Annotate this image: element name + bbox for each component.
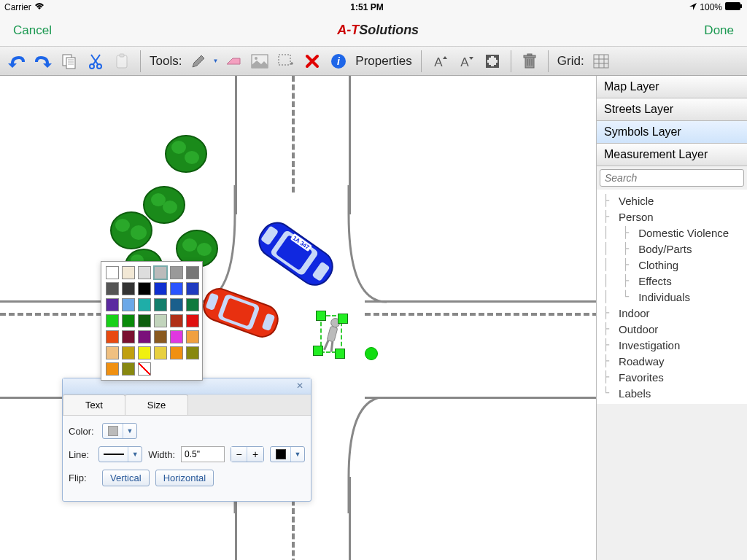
palette-swatch[interactable] [170,346,183,359]
tree-body[interactable]: │ ├ Body/Parts [603,241,741,257]
resize-handle-br[interactable] [335,349,345,359]
copy-button[interactable] [58,50,80,72]
tree-domestic[interactable]: │ ├ Domestic Violence [603,225,741,241]
palette-swatch[interactable] [122,314,135,327]
palette-swatch[interactable] [186,330,199,343]
svg-point-12 [255,57,258,60]
palette-swatch[interactable] [122,298,135,311]
layer-measurement[interactable]: Measurement Layer [597,144,747,166]
fullscreen-button[interactable] [481,50,503,72]
palette-swatch[interactable] [186,346,199,359]
resize-handle-bl[interactable] [313,346,323,356]
palette-swatch[interactable] [138,346,151,359]
palette-swatch[interactable] [154,282,167,295]
tree-clothing[interactable]: │ ├ Clothing [603,257,741,273]
tree-favorites[interactable]: ├ Favorites [603,369,741,385]
tree-roadway[interactable]: ├ Roadway [603,353,741,369]
marker-dot[interactable] [365,347,378,360]
width-stepper[interactable]: −+ [231,446,264,462]
undo-button[interactable] [6,50,28,72]
font-increase-button[interactable]: A [429,50,451,72]
palette-swatch[interactable] [170,330,183,343]
grid-toggle[interactable] [590,50,612,72]
palette-swatch[interactable] [122,362,135,376]
done-button[interactable]: Done [704,23,734,38]
palette-swatch[interactable] [106,330,119,343]
palette-swatch[interactable] [106,298,119,311]
delete-button[interactable] [301,50,323,72]
vehicle-red[interactable] [197,276,285,349]
battery-percent: 100% [700,2,722,12]
palette-swatch[interactable] [106,346,119,359]
tree-outdoor[interactable]: ├ Outdoor [603,321,741,337]
paste-button[interactable] [111,50,133,72]
pencil-tool[interactable] [187,50,209,72]
layer-symbols[interactable]: Symbols Layer [597,121,747,144]
resize-handle-tl[interactable] [316,311,326,321]
increment-button[interactable]: + [247,447,263,462]
tab-size[interactable]: Size [125,394,188,415]
image-tool[interactable] [249,50,271,72]
redo-button[interactable] [32,50,54,72]
palette-swatch[interactable] [122,282,135,295]
palette-swatch[interactable] [186,314,199,327]
palette-swatch[interactable] [154,330,167,343]
eraser-tool[interactable] [222,50,244,72]
line-color-combo[interactable]: ▼ [270,446,305,462]
palette-swatch[interactable] [186,282,199,295]
info-button[interactable]: i [328,50,349,72]
tree-investigation[interactable]: ├ Investigation [603,337,741,353]
tree-indoor[interactable]: ├ Indoor [603,305,741,321]
palette-swatch[interactable] [106,282,119,295]
color-combo[interactable]: ▼ [102,423,137,439]
palette-swatch[interactable] [186,266,199,279]
palette-swatch[interactable] [122,346,135,359]
palette-swatch[interactable] [154,266,167,279]
decrement-button[interactable]: − [231,447,247,462]
flip-vertical-button[interactable]: Vertical [102,470,150,486]
palette-swatch[interactable] [138,330,151,343]
cancel-button[interactable]: Cancel [13,23,52,38]
palette-swatch[interactable] [122,330,135,343]
tree-labels[interactable]: └ Labels [603,385,741,401]
tree-person[interactable]: ├ Person [603,209,741,225]
palette-swatch[interactable] [138,266,151,279]
palette-swatch[interactable] [154,346,167,359]
tree-vehicle[interactable]: ├ Vehicle [603,192,741,209]
palette-swatch[interactable] [186,298,199,311]
properties-label[interactable]: Properties [354,54,413,69]
layer-streets[interactable]: Streets Layer [597,98,747,121]
layer-map[interactable]: Map Layer [597,76,747,98]
palette-swatch[interactable] [170,298,183,311]
palette-swatch[interactable] [138,314,151,327]
palette-swatch[interactable] [138,298,151,311]
palette-swatch[interactable] [170,266,183,279]
tree-effects[interactable]: │ ├ Effects [603,273,741,289]
drawing-canvas[interactable]: 1A 347 ✕ Text Size Color: [0,76,597,560]
palette-swatch[interactable] [138,282,151,295]
palette-swatch[interactable] [106,314,119,327]
width-input[interactable] [181,446,225,462]
chevron-down-icon[interactable]: ▼ [212,58,218,64]
tab-text[interactable]: Text [63,394,125,415]
cut-button[interactable] [85,50,107,72]
palette-swatch[interactable] [170,282,183,295]
palette-swatch[interactable] [170,314,183,327]
flip-horizontal-button[interactable]: Horizontal [155,470,214,486]
trash-button[interactable] [519,50,541,72]
palette-swatch[interactable] [122,266,135,279]
resize-handle-tr[interactable] [338,314,348,324]
marquee-tool[interactable] [275,50,297,72]
properties-titlebar[interactable]: ✕ [63,378,311,394]
tree-individuals[interactable]: │ └ Individuals [603,289,741,305]
palette-swatch[interactable] [154,298,167,311]
search-input[interactable] [600,169,744,187]
palette-swatch[interactable] [154,314,167,327]
font-decrease-button[interactable]: A [455,50,477,72]
app-logo: A-TSolutions [337,23,419,38]
line-style-combo[interactable]: ▼ [98,446,142,462]
palette-swatch[interactable] [106,362,119,376]
palette-swatch[interactable] [106,266,119,279]
palette-no-color[interactable] [138,362,151,376]
close-icon[interactable]: ✕ [296,381,306,391]
